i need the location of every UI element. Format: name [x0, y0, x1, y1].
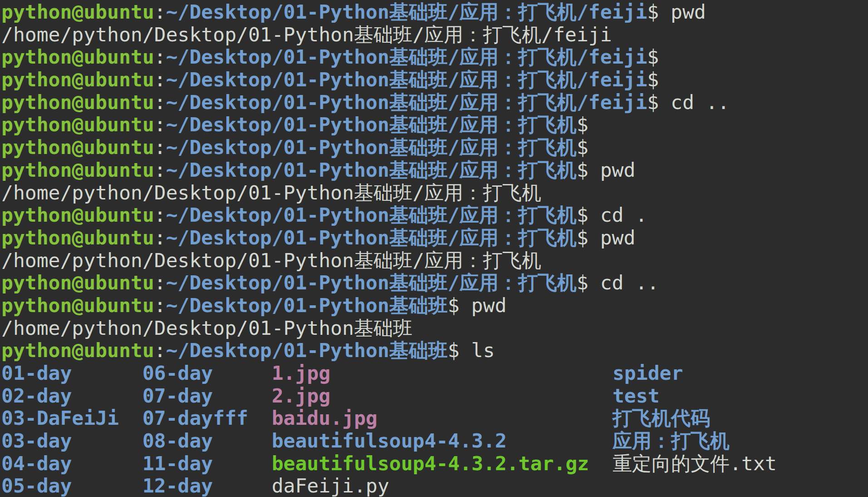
prompt-user-host: python@ubuntu — [1, 204, 154, 226]
terminal-line: 05-day 12-day daFeiji.py — [1, 475, 868, 497]
prompt-command: $ cd .. — [577, 271, 659, 294]
terminal-line: 01-day 06-day 1.jpg spider — [1, 362, 868, 385]
terminal-line: python@ubuntu:~/Desktop/01-Python基础班/应用：… — [1, 114, 868, 136]
terminal-line: python@ubuntu:~/Desktop/01-Python基础班/应用：… — [1, 136, 868, 159]
prompt-path: ~/Desktop/01-Python基础班/应用：打飞机 — [166, 136, 577, 159]
prompt-command: $ cd . — [577, 204, 647, 226]
terminal-line: 04-day 11-day beautifulsoup4-4.3.2.tar.g… — [1, 452, 868, 475]
prompt-user-host: python@ubuntu — [1, 294, 154, 317]
prompt-user-host: python@ubuntu — [1, 0, 154, 23]
prompt-separator: : — [154, 45, 166, 68]
prompt-path: ~/Desktop/01-Python基础班/应用：打飞机 — [166, 204, 577, 226]
prompt-user-host: python@ubuntu — [1, 91, 154, 114]
ls-entry: baidu.jpg — [271, 407, 612, 429]
terminal-screen[interactable]: python@ubuntu:~/Desktop/01-Python基础班/应用：… — [0, 0, 868, 497]
prompt-separator: : — [154, 91, 166, 114]
prompt-separator: : — [154, 271, 166, 294]
terminal-line: /home/python/Desktop/01-Python基础班/应用：打飞机 — [1, 249, 868, 272]
prompt-command: $ pwd — [577, 159, 635, 181]
ls-entry: 打飞机代码 — [612, 407, 710, 429]
ls-entry: beautifulsoup4-4.3.2.tar.gz — [271, 452, 612, 475]
prompt-dollar: $ — [577, 136, 588, 159]
prompt-user-host: python@ubuntu — [1, 226, 154, 249]
prompt-separator: : — [154, 0, 166, 23]
ls-entry: 12-day — [143, 474, 272, 497]
terminal-line: 03-day 08-day beautifulsoup4-4.3.2 应用：打飞… — [1, 430, 868, 452]
ls-entry: 应用：打飞机 — [612, 429, 730, 452]
prompt-path: ~/Desktop/01-Python基础班/应用：打飞机 — [166, 159, 577, 181]
prompt-command: $ ls — [448, 339, 495, 362]
prompt-path: ~/Desktop/01-Python基础班/应用：打飞机 — [166, 226, 577, 249]
prompt-command: $ pwd — [647, 0, 706, 23]
ls-entry: 07-day — [143, 384, 272, 407]
prompt-user-host: python@ubuntu — [1, 136, 154, 159]
terminal-line: python@ubuntu:~/Desktop/01-Python基础班$ pw… — [1, 294, 868, 317]
ls-entry: 03-DaFeiJi — [1, 407, 143, 429]
ls-entry: spider — [612, 362, 683, 384]
ls-entry: 07-dayfff — [143, 407, 272, 429]
prompt-user-host: python@ubuntu — [1, 113, 154, 136]
terminal-line: python@ubuntu:~/Desktop/01-Python基础班/应用：… — [1, 204, 868, 227]
terminal-line: python@ubuntu:~/Desktop/01-Python基础班/应用：… — [1, 1, 868, 24]
command-output: /home/python/Desktop/01-Python基础班/应用：打飞机… — [1, 23, 612, 46]
terminal-line: /home/python/Desktop/01-Python基础班/应用：打飞机… — [1, 24, 868, 46]
prompt-separator: : — [154, 136, 166, 159]
ls-entry: 05-day — [1, 474, 143, 497]
terminal-line: python@ubuntu:~/Desktop/01-Python基础班/应用：… — [1, 272, 868, 294]
terminal-line: /home/python/Desktop/01-Python基础班/应用：打飞机 — [1, 182, 868, 204]
prompt-dollar: $ — [577, 113, 588, 136]
ls-entry: 01-day — [1, 362, 143, 384]
terminal-line: 03-DaFeiJi 07-dayfff baidu.jpg 打飞机代码 — [1, 407, 868, 430]
terminal-line: /home/python/Desktop/01-Python基础班 — [1, 317, 868, 340]
prompt-user-host: python@ubuntu — [1, 68, 154, 91]
command-output: /home/python/Desktop/01-Python基础班/应用：打飞机 — [1, 249, 542, 272]
ls-entry: 03-day — [1, 429, 143, 452]
prompt-separator: : — [154, 113, 166, 136]
command-output: /home/python/Desktop/01-Python基础班/应用：打飞机 — [1, 181, 542, 204]
prompt-dollar: $ — [647, 68, 659, 91]
terminal-line: python@ubuntu:~/Desktop/01-Python基础班/应用：… — [1, 159, 868, 182]
terminal-line: python@ubuntu:~/Desktop/01-Python基础班$ ls — [1, 339, 868, 362]
terminal-line: 02-day 07-day 2.jpg test — [1, 385, 868, 408]
prompt-path: ~/Desktop/01-Python基础班 — [166, 339, 448, 362]
prompt-separator: : — [154, 159, 166, 181]
prompt-path: ~/Desktop/01-Python基础班/应用：打飞机/feiji — [166, 0, 647, 23]
ls-entry: 重定向的文件.txt — [612, 452, 777, 475]
prompt-command: $ cd .. — [647, 91, 730, 114]
ls-entry: 04-day — [1, 452, 143, 475]
prompt-command: $ pwd — [448, 294, 506, 317]
prompt-separator: : — [154, 68, 166, 91]
ls-entry: 2.jpg — [271, 384, 612, 407]
prompt-separator: : — [154, 294, 166, 317]
command-output: /home/python/Desktop/01-Python基础班 — [1, 317, 413, 339]
prompt-separator: : — [154, 204, 166, 226]
ls-entry: daFeiji.py — [271, 474, 389, 497]
ls-entry: test — [612, 384, 660, 407]
terminal-line: python@ubuntu:~/Desktop/01-Python基础班/应用：… — [1, 227, 868, 249]
terminal-line: python@ubuntu:~/Desktop/01-Python基础班/应用：… — [1, 91, 868, 114]
terminal-line: python@ubuntu:~/Desktop/01-Python基础班/应用：… — [1, 46, 868, 69]
prompt-path: ~/Desktop/01-Python基础班/应用：打飞机/feiji — [166, 45, 647, 68]
prompt-path: ~/Desktop/01-Python基础班/应用：打飞机 — [166, 271, 577, 294]
ls-entry: 11-day — [143, 452, 272, 475]
terminal-line: python@ubuntu:~/Desktop/01-Python基础班/应用：… — [1, 69, 868, 91]
prompt-path: ~/Desktop/01-Python基础班/应用：打飞机/feiji — [166, 68, 647, 91]
ls-entry: beautifulsoup4-4.3.2 — [271, 429, 612, 452]
prompt-path: ~/Desktop/01-Python基础班/应用：打飞机 — [166, 113, 577, 136]
prompt-user-host: python@ubuntu — [1, 271, 154, 294]
ls-entry: 1.jpg — [271, 362, 612, 384]
prompt-separator: : — [154, 339, 166, 362]
ls-entry: 06-day — [143, 362, 272, 384]
prompt-path: ~/Desktop/01-Python基础班/应用：打飞机/feiji — [166, 91, 647, 114]
prompt-dollar: $ — [647, 45, 659, 68]
prompt-command: $ pwd — [577, 226, 635, 249]
prompt-user-host: python@ubuntu — [1, 159, 154, 181]
prompt-user-host: python@ubuntu — [1, 45, 154, 68]
ls-entry: 08-day — [143, 429, 272, 452]
prompt-user-host: python@ubuntu — [1, 339, 154, 362]
prompt-separator: : — [154, 226, 166, 249]
prompt-path: ~/Desktop/01-Python基础班 — [166, 294, 448, 317]
ls-entry: 02-day — [1, 384, 143, 407]
